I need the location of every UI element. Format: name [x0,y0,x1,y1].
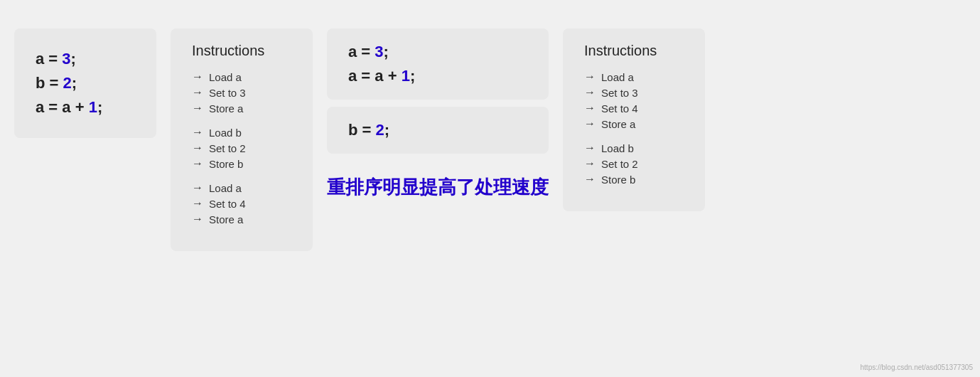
arrow-icon: → [192,181,203,194]
right-instruction-item-1-1: → Load a [584,70,684,83]
arrow-icon: → [584,86,596,99]
left-instruction-item-2-3: → Store b [192,157,291,170]
left-instruction-group-1: → Load a → Set to 3 → Store a [192,70,291,115]
left-instruction-label-1-2: Set to 3 [209,87,246,99]
right-instruction-label-2-3: Store b [601,174,635,186]
left-instruction-item-3-2: → Set to 4 [192,197,291,210]
arrow-icon: → [192,213,203,225]
right-instructions-panel: Instructions → Load a → Set to 3 → Set t… [563,28,705,211]
right-instruction-label-2-1: Load b [601,142,634,154]
left-instruction-item-1-2: → Set to 3 [192,86,291,99]
right-instruction-label-1-2: Set to 3 [601,87,638,99]
left-instruction-item-3-3: → Store a [192,213,291,225]
middle-code-value-3: 3 [375,43,383,60]
right-instruction-item-2-2: → Set to 2 [584,157,684,170]
right-instruction-label-1-3: Set to 4 [601,102,638,115]
left-instruction-label-1-3: Store a [209,102,243,115]
left-code-line-3: a = a + 1; [36,98,135,117]
middle-code-line-2: a = a + 1; [348,67,527,85]
left-code-line-1: a = 3; [36,50,135,68]
left-instruction-label-3-1: Load a [209,182,242,194]
left-instruction-label-2-1: Load b [209,127,242,139]
left-instruction-group-3: → Load a → Set to 4 → Store a [192,181,291,225]
middle-code-block-1: a = 3; a = a + 1; [327,28,549,100]
left-instruction-group-2: → Load b → Set to 2 → Store b [192,126,291,170]
arrow-icon: → [192,70,203,83]
right-instruction-item-1-3: → Set to 4 [584,102,684,115]
left-instructions-panel: Instructions → Load a → Set to 3 → Store… [171,28,313,251]
arrow-icon: → [192,86,203,99]
right-instruction-item-2-3: → Store b [584,173,684,186]
right-instruction-group-1: → Load a → Set to 3 → Set to 4 → Store a [584,70,684,130]
left-code-value-3: 3 [62,50,70,68]
arrow-icon: → [584,102,596,115]
left-instruction-item-2-1: → Load b [192,126,291,139]
arrow-icon: → [192,197,203,210]
right-instruction-group-2: → Load b → Set to 2 → Store b [584,142,684,186]
arrow-icon: → [192,142,203,154]
right-instructions-title: Instructions [584,43,684,59]
left-instruction-label-1-1: Load a [209,71,242,83]
arrow-icon: → [192,157,203,170]
middle-code-value-1: 1 [402,67,410,85]
left-instruction-item-2-2: → Set to 2 [192,142,291,154]
right-instruction-item-1-2: → Set to 3 [584,86,684,99]
left-code-value-2: 2 [63,74,72,92]
left-code-panel: a = 3; b = 2; a = a + 1; [14,28,156,138]
arrow-icon: → [584,70,596,83]
left-instruction-item-3-1: → Load a [192,181,291,194]
arrow-icon: → [584,173,596,186]
left-instruction-label-2-2: Set to 2 [209,142,246,154]
middle-code-value-2: 2 [376,121,384,139]
left-code-line-2: b = 2; [36,74,135,92]
right-instruction-item-2-1: → Load b [584,142,684,154]
left-instruction-item-1-1: → Load a [192,70,291,83]
arrow-icon: → [584,117,596,130]
middle-code-block-2: b = 2; [327,107,549,154]
left-instruction-label-3-3: Store a [209,213,243,225]
right-instruction-label-1-4: Store a [601,118,635,130]
left-instruction-label-3-2: Set to 4 [209,198,246,210]
watermark: https://blog.csdn.net/asd051377305 [861,363,973,371]
arrow-icon: → [584,142,596,154]
middle-code-line-3: b = 2; [348,121,527,139]
arrow-icon: → [192,102,203,115]
arrow-icon: → [192,126,203,139]
right-instruction-label-1-1: Load a [601,71,634,83]
middle-section: a = 3; a = a + 1; b = 2; 重排序明显提高了处理速度 [327,28,549,207]
arrow-icon: → [584,157,596,170]
right-instruction-item-1-4: → Store a [584,117,684,130]
left-code-value-1: 1 [89,98,97,116]
left-instruction-label-2-3: Store b [209,158,243,170]
left-instruction-item-1-3: → Store a [192,102,291,115]
right-instruction-label-2-2: Set to 2 [601,158,638,170]
left-instructions-title: Instructions [192,43,291,59]
middle-code-line-1: a = 3; [348,43,527,61]
reorder-text: 重排序明显提高了处理速度 [327,168,549,207]
